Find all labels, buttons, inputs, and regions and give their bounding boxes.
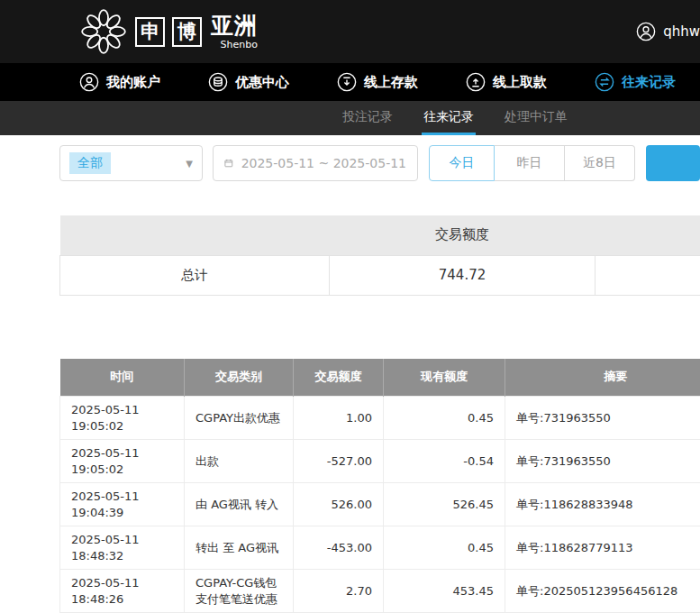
table-cell: CGPAY-CG钱包支付笔笔送优惠 [185,570,294,613]
table-cell: 2025-05-11 18:48:26 [60,570,185,613]
table-cell: 2025-05-11 18:48:32 [60,526,185,570]
today-button[interactable]: 今日 [429,145,495,181]
user-account[interactable]: qhhw [636,22,700,41]
date-range-value: 2025-05-11 ~ 2025-05-11 [241,156,406,170]
brand-suffix: 亚洲 [211,14,258,37]
user-avatar-icon [636,22,656,41]
table-cell: 出款 [185,440,294,483]
brand-char-bo: 博 [172,17,202,47]
summary-empty-cell [595,255,700,295]
table-cell: 单号:118628833948 [505,483,700,526]
chevron-down-icon: ▼ [186,159,193,169]
date-range-input[interactable]: 2025-05-11 ~ 2025-05-11 [213,145,418,181]
table-cell: 0.45 [384,526,505,570]
table-cell: 453.45 [384,570,505,613]
records-table: 时间交易类别交易额度现有额度摘要 2025-05-11 19:05:02CGPA… [59,359,700,613]
main-nav: 我的账户 优惠中心 线上存款 线上取款 [0,63,700,101]
brand-subtitle: Shenbo [221,40,258,50]
summary-header-empty [60,215,330,255]
table-cell: 0.45 [384,397,505,440]
filter-bar: 全部 ▼ 2025-05-11 ~ 2025-05-11 今日 昨日 近8日 [59,145,700,181]
column-header: 时间 [60,359,185,397]
nav-label: 优惠中心 [235,74,289,91]
table-cell: 转出 至 AG视讯 [185,526,294,570]
table-cell: 2025-05-11 19:04:39 [60,483,185,526]
table-cell: 由 AG视讯 转入 [185,483,294,526]
summary-row: 总计 744.72 [60,255,700,295]
tab-transaction-records[interactable]: 往来记录 [422,101,476,135]
type-select[interactable]: 全部 ▼ [59,145,203,181]
table-cell: -0.54 [384,440,505,483]
brand-char-shen: 申 [135,17,165,47]
tab-processing-orders[interactable]: 处理中订单 [503,101,569,135]
transfer-records-icon [595,72,614,92]
user-icon [79,72,99,92]
table-cell: 2.70 [294,570,384,613]
table-cell: 2025-05-11 19:05:02 [60,440,185,483]
table-row: 2025-05-11 19:05:02CGPAY出款优惠1.000.45单号:7… [60,397,700,440]
table-cell: 526.45 [384,483,505,526]
nav-item-deposit[interactable]: 线上存款 [337,72,418,92]
calendar-icon [224,156,233,170]
table-cell: 单号:731963550 [505,440,700,483]
summary-header-row: 交易额度 [60,215,700,255]
table-row: 2025-05-11 19:04:39由 AG视讯 转入526.00526.45… [60,483,700,526]
table-cell: 单号:202505123956456128 [505,570,700,613]
deposit-icon [337,72,357,92]
table-cell: -527.00 [294,440,384,483]
brand-logo[interactable]: 申 博 亚洲 Shenbo [79,7,258,56]
tab-bet-records[interactable]: 投注记录 [341,101,395,135]
table-cell: 单号:731963550 [505,397,700,440]
summary-header-amount: 交易额度 [330,215,595,255]
table-row: 2025-05-11 19:05:02出款-527.00-0.54单号:7319… [60,440,700,483]
table-cell: 2025-05-11 19:05:02 [60,397,185,440]
coins-icon [208,72,228,92]
type-select-value: 全部 [69,152,111,174]
summary-total-value: 744.72 [330,255,595,295]
yesterday-button[interactable]: 昨日 [495,145,565,181]
summary-header-empty-right [595,215,700,255]
table-cell: 单号:118628779113 [505,526,700,570]
column-header: 交易类别 [185,359,294,397]
column-header: 现有额度 [384,359,505,397]
column-header: 摘要 [505,359,700,397]
table-cell: 526.00 [294,483,384,526]
nav-item-promotions[interactable]: 优惠中心 [208,72,289,92]
summary-table: 交易额度 总计 744.72 [59,215,700,296]
last-8-days-button[interactable]: 近8日 [565,145,635,181]
nav-label: 往来记录 [622,74,676,91]
subnav-tabs: 投注记录 往来记录 处理中订单 [0,101,700,135]
nav-item-transaction-records[interactable]: 往来记录 [595,72,676,92]
nav-item-my-account[interactable]: 我的账户 [79,72,160,92]
table-row: 2025-05-11 18:48:32转出 至 AG视讯-453.000.45单… [60,526,700,570]
records-body: 2025-05-11 19:05:02CGPAY出款优惠1.000.45单号:7… [60,397,700,613]
table-cell: 1.00 [294,397,384,440]
table-cell: CGPAY出款优惠 [185,397,294,440]
search-button[interactable] [646,145,700,181]
table-row: 2025-05-11 18:48:26CGPAY-CG钱包支付笔笔送优惠2.70… [60,570,700,613]
records-header-row: 时间交易类别交易额度现有额度摘要 [60,359,700,397]
nav-label: 线上取款 [493,74,547,91]
nav-item-withdrawal[interactable]: 线上取款 [466,72,547,92]
column-header: 交易额度 [294,359,384,397]
table-cell: -453.00 [294,526,384,570]
summary-total-label: 总计 [60,255,330,295]
withdraw-icon [466,72,486,92]
nav-label: 我的账户 [106,74,160,91]
date-quick-filters: 今日 昨日 近8日 [429,145,635,181]
nav-label: 线上存款 [364,74,418,91]
username-label: qhhw [663,23,700,40]
flower-logo-icon [79,7,128,56]
top-header: 申 博 亚洲 Shenbo qhhw [0,0,700,63]
